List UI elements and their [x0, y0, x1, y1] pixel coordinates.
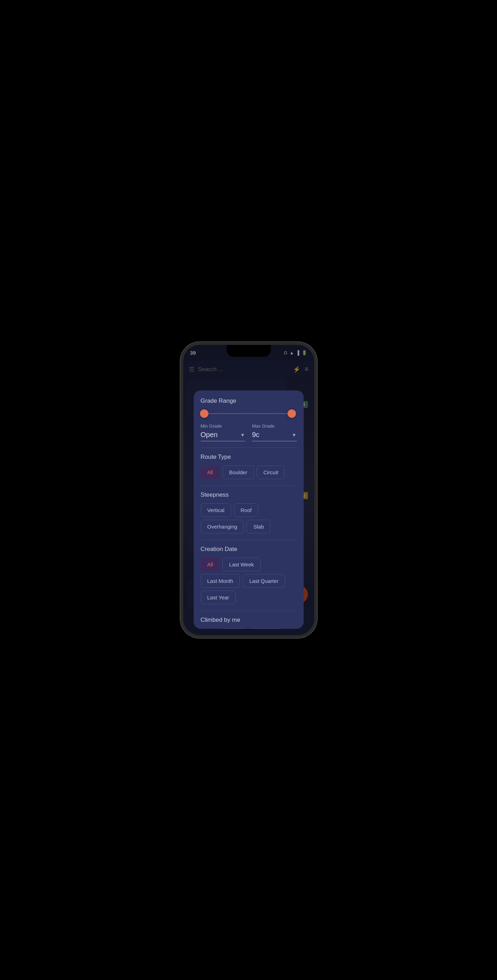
- grade-range-label: Grade Range: [201, 398, 297, 404]
- min-grade-group: Min Grade Open ▼: [201, 423, 245, 441]
- route-type-buttons: All Boulder Circuit: [201, 466, 297, 479]
- route-type-section: Route Type All Boulder Circuit: [201, 453, 297, 479]
- steepness-roof[interactable]: Roof: [234, 503, 259, 517]
- max-grade-select[interactable]: 9c ▼: [252, 431, 297, 441]
- steepness-section: Steepness Vertical Roof Overhanging Slab: [201, 492, 297, 533]
- route-type-boulder[interactable]: Boulder: [222, 466, 254, 479]
- max-grade-arrow: ▼: [292, 432, 297, 438]
- route-type-label: Route Type: [201, 453, 297, 461]
- max-grade-value: 9c: [252, 431, 260, 439]
- steepness-label: Steepness: [201, 492, 297, 498]
- climbed-by-me-buttons: All Sent Not sent: [201, 628, 297, 629]
- phone-frame: 39 G ▲ ▐ 🔋 ☰ Search ... ⚡ ≡ Sent New ⋮ ⋮…: [180, 342, 317, 638]
- divider-2: [201, 485, 297, 486]
- creation-date-last-week[interactable]: Last Week: [222, 558, 260, 571]
- divider-4: [201, 611, 297, 611]
- climbed-not-sent[interactable]: Not sent: [249, 628, 282, 629]
- route-type-all[interactable]: All: [201, 466, 220, 479]
- climbed-sent[interactable]: Sent: [222, 628, 246, 629]
- max-grade-label: Max Grade: [252, 423, 297, 429]
- creation-date-all[interactable]: All: [201, 558, 220, 571]
- grade-range-section: Grade Range Min Grade Open ▼: [201, 398, 297, 441]
- route-type-circuit[interactable]: Circuit: [257, 466, 285, 479]
- min-grade-label: Min Grade: [201, 423, 245, 429]
- creation-date-last-month[interactable]: Last Month: [201, 574, 240, 588]
- steepness-vertical[interactable]: Vertical: [201, 503, 231, 517]
- creation-date-last-quarter[interactable]: Last Quarter: [243, 574, 285, 588]
- slider-thumb-max[interactable]: [287, 409, 296, 418]
- min-grade-value: Open: [201, 431, 218, 439]
- climbed-all[interactable]: All: [201, 628, 220, 629]
- grade-selects: Min Grade Open ▼ Max Grade 9c ▼: [201, 423, 297, 441]
- min-grade-arrow: ▼: [240, 432, 245, 438]
- steepness-buttons: Vertical Roof Overhanging Slab: [201, 503, 297, 533]
- slider-track: [204, 413, 293, 414]
- creation-date-section: Creation Date All Last Week Last Month L…: [201, 546, 297, 604]
- max-grade-group: Max Grade 9c ▼: [252, 423, 297, 441]
- slider-thumb-min[interactable]: [200, 409, 208, 418]
- creation-date-last-year[interactable]: Last Year: [201, 590, 236, 604]
- grade-slider[interactable]: [201, 409, 297, 418]
- steepness-overhanging[interactable]: Overhanging: [201, 520, 244, 533]
- filter-modal: Grade Range Min Grade Open ▼: [194, 390, 304, 629]
- phone-screen: 39 G ▲ ▐ 🔋 ☰ Search ... ⚡ ≡ Sent New ⋮ ⋮…: [183, 345, 314, 635]
- creation-date-buttons: All Last Week Last Month Last Quarter La…: [201, 558, 297, 604]
- divider-3: [201, 540, 297, 540]
- creation-date-label: Creation Date: [201, 546, 297, 553]
- climbed-by-me-label: Climbed by me: [201, 617, 297, 624]
- steepness-slab[interactable]: Slab: [246, 520, 270, 533]
- climbed-by-me-section: Climbed by me All Sent Not sent: [201, 617, 297, 629]
- min-grade-select[interactable]: Open ▼: [201, 431, 245, 441]
